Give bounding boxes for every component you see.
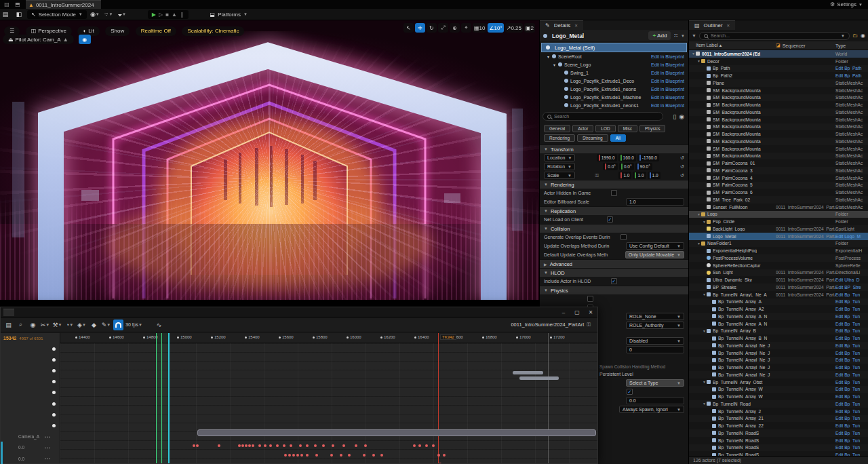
component-row[interactable]: Logo_Pacyfik_Extrude1_neons1Edit in Blue…: [540, 101, 688, 109]
outliner-type-link[interactable]: Edit Bp_Tun: [835, 357, 868, 362]
section-physics[interactable]: ▼Physics: [540, 286, 688, 294]
input-priority-field[interactable]: 0: [626, 346, 684, 353]
details-search[interactable]: Search: [542, 112, 663, 121]
frame-skip-button[interactable]: ▷: [159, 12, 163, 18]
scale-snap-toggle[interactable]: ↗ 0.25: [505, 23, 523, 33]
outliner-type-link[interactable]: Edit Bp_Tun: [835, 365, 868, 370]
eject-small-icon[interactable]: ▲: [63, 37, 68, 43]
outliner-row[interactable]: ▼DecorFolder: [689, 58, 868, 65]
stop-button[interactable]: ■: [165, 12, 169, 18]
edit-in-blueprint-link[interactable]: Edit in Blueprint: [651, 79, 684, 83]
world-space-toggle[interactable]: ⊕: [450, 23, 460, 33]
outliner-row[interactable]: ▼LogoFolder: [689, 211, 868, 218]
auto-receive-input-dropdown[interactable]: Disabled▼: [626, 337, 684, 345]
keyframe-dot[interactable]: [269, 444, 272, 447]
edit-in-blueprint-link[interactable]: Edit in Blueprint: [651, 103, 684, 108]
outliner-row[interactable]: Sun_Light0011_IntroSummer2024_PartADirec…: [689, 269, 868, 277]
selection-mode-dropdown[interactable]: ↖ Selection Mode ▼: [27, 10, 87, 19]
sequencer-track-list[interactable]: 15342 4957 of 6301 Camera_A•••0.0•••0.0•…: [1, 333, 60, 463]
component-row[interactable]: Logo_Pacyfik_Extrude1_MachineEdit in Blu…: [540, 93, 688, 101]
column-sequencer[interactable]: ◪Sequencer: [776, 43, 835, 48]
level-tab[interactable]: ▲ 0011_IntroSummer2024: [26, 0, 101, 9]
edit-mode-icon[interactable]: ✎▼: [101, 320, 111, 330]
keyframe-dot[interactable]: [413, 444, 416, 447]
expand-arrow-icon[interactable]: ▾: [547, 54, 552, 59]
outliner-row[interactable]: PostProcessVolumePostProcess: [689, 254, 868, 262]
keyframe-dot[interactable]: [364, 444, 367, 447]
outliner-row[interactable]: SM_BackgroundMountaStaticMeshAc: [689, 138, 868, 145]
axis-value-field[interactable]: 1.0: [648, 172, 660, 179]
edit-dropdown-icon[interactable]: ✂▼: [40, 320, 50, 330]
outliner-row[interactable]: Ultra_Dynamic_Sky0011_IntroSummer2024_Pa…: [689, 276, 868, 284]
edit-in-blueprint-link[interactable]: Edit in Blueprint: [651, 95, 684, 100]
outliner-type-link[interactable]: Edit Bp_Tun: [835, 423, 868, 428]
outliner-type-link[interactable]: Edit Bp_Tun: [835, 431, 868, 436]
outliner-row[interactable]: SphereReflectionCapturSphereRefle: [689, 262, 868, 269]
marker-cyan[interactable]: [168, 333, 169, 463]
keyframe-dot[interactable]: [238, 444, 241, 447]
outliner-row[interactable]: SM_PalmCocona_5StaticMeshAc: [689, 182, 868, 189]
scale-tool[interactable]: ⤢: [438, 23, 448, 33]
keyframe-dot[interactable]: [363, 454, 366, 457]
outliner-row[interactable]: Bp_TunnelN_Array_2Edit Bp_Tun: [689, 408, 868, 415]
show-dropdown[interactable]: Show: [105, 26, 130, 36]
outliner-row[interactable]: ▼Pop_CircleFolder: [689, 218, 868, 225]
outliner-row[interactable]: Bp_TunnelN_Array_WEdit Bp_Tun: [689, 393, 868, 400]
outliner-type-link[interactable]: Edit Bp_Tun: [835, 314, 868, 319]
add-keyframe-button[interactable]: [52, 402, 56, 406]
subsequence-clip[interactable]: [197, 429, 596, 436]
transform-axis-dropdown[interactable]: Scale▼: [544, 172, 575, 179]
remote-role-dropdown[interactable]: ROLE_Authority▼: [626, 322, 684, 329]
outliner-row[interactable]: Bp_TunnelN_Arrayl_Ne_JEdit Bp_Tun: [689, 364, 868, 371]
bridge-icon[interactable]: ⬒: [14, 1, 22, 8]
save-icon[interactable]: ▤: [3, 320, 14, 330]
outliner-tab[interactable]: ▤ Outliner×: [689, 20, 735, 30]
outliner-type-link[interactable]: Edit Bp_Path: [835, 66, 868, 71]
local-role-dropdown[interactable]: ROLE_None▼: [626, 313, 684, 320]
outliner-row[interactable]: Logo_Metal0011_IntroSummer2024_PartAEdit…: [689, 233, 868, 240]
scalability-badge[interactable]: Scalability: Cinematic: [182, 26, 244, 36]
edit-in-blueprint-link[interactable]: Edit in Blueprint: [651, 87, 684, 92]
save-icon[interactable]: ▤: [0, 10, 11, 19]
filter-chip-actor[interactable]: Actor: [572, 125, 593, 132]
outliner-type-link[interactable]: Edit Bp_Tun: [835, 307, 868, 311]
axis-value-field[interactable]: 0.0°: [619, 163, 634, 170]
timeline-ruler[interactable]: 1440014600148001500015200154001560015800…: [60, 333, 597, 343]
lower-checkbox[interactable]: ✓: [627, 389, 633, 395]
value-field[interactable]: 0.0: [626, 397, 684, 404]
outliner-type-link[interactable]: Edit Bp_Tun: [835, 336, 868, 341]
lock-icon[interactable]: ⚿: [595, 173, 599, 178]
keyframe-dot[interactable]: [252, 444, 254, 447]
keyframe-dot[interactable]: [332, 444, 334, 447]
details-value-field[interactable]: 1.0: [626, 198, 684, 206]
section-replication[interactable]: ▼Replication: [540, 206, 688, 215]
settings-icon[interactable]: ◉: [679, 113, 684, 120]
filter-chip-general[interactable]: General: [544, 125, 570, 132]
outliner-row[interactable]: ▼Bp_TunnelN_RoadEdit Bp_Tun: [689, 400, 868, 408]
spawn-method-dropdown[interactable]: Always Spawn, Ignori▼: [619, 406, 684, 413]
close-icon[interactable]: ×: [574, 22, 578, 28]
outliner-row[interactable]: Bp_TunnelN_Array_A2Edit Bp_Tun: [689, 305, 868, 313]
keyframe-dot[interactable]: [380, 454, 383, 457]
curve-editor-icon[interactable]: ∿: [154, 320, 164, 330]
keyframe-dot[interactable]: [248, 444, 251, 447]
details-dropdown[interactable]: Only Update Movable▼: [625, 251, 684, 258]
keyframe-dot[interactable]: [218, 444, 220, 447]
sequencer-window[interactable]: – ▢ ✕ ▤ ⌕ ◉ ✂▼ ⚒▼ ◔▼ ◈▼ ◆ ✎▼ 30 fps▼ ∿ 0…: [0, 307, 598, 464]
outliner-type-link[interactable]: Edit Bp_Tun: [835, 343, 868, 348]
keyframe-dot[interactable]: [290, 444, 292, 447]
outliner-row[interactable]: Bp_TunnelN_Array_WEdit Bp_Tun: [689, 386, 868, 393]
column-item-label[interactable]: Item Label ▴: [689, 43, 776, 48]
add-keyframe-button[interactable]: [52, 391, 56, 394]
keyframe-dot[interactable]: [418, 444, 421, 447]
outliner-type-link[interactable]: Edit Bp_Tun: [835, 322, 868, 326]
outliner-row[interactable]: Sunset_FullMoon0011_IntroSummer2024_Part…: [689, 204, 868, 211]
content-browser-icon[interactable]: ◧: [14, 10, 24, 19]
section-collision[interactable]: ▼Collision: [540, 224, 688, 233]
outliner-row[interactable]: Bp_TunnelN_RoadSEdit Bp_Tun: [689, 437, 868, 444]
snap-magnet-toggle[interactable]: [113, 320, 123, 330]
outliner-row[interactable]: Bp_TunnelN_RoadSEdit Bp_Tun: [689, 451, 868, 456]
app-menu-icon[interactable]: ▤: [3, 1, 11, 8]
axis-value-field[interactable]: 1.0: [618, 172, 631, 179]
outliner-type-link[interactable]: Edit Bp_Tun: [835, 416, 868, 421]
